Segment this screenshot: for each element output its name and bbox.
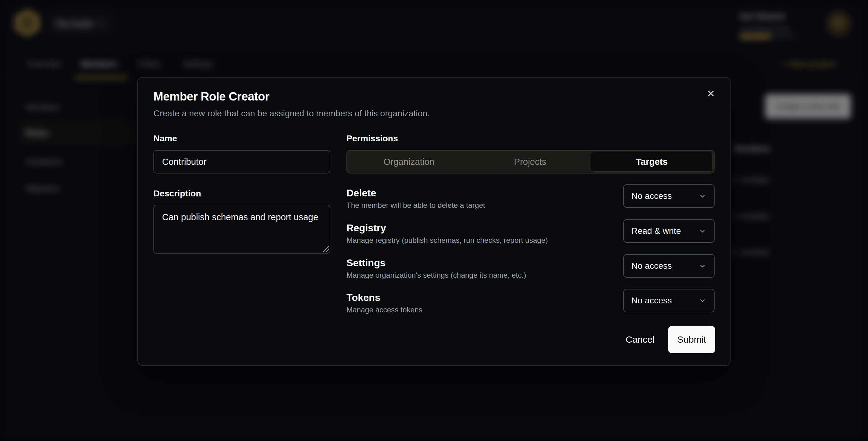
permission-description: Manage registry (publish schemas, run ch… — [346, 235, 548, 245]
submit-button[interactable]: Submit — [668, 326, 715, 353]
selected-value: No access — [631, 191, 672, 201]
settings-access-select[interactable]: No access — [623, 254, 715, 278]
dialog-subtitle: Create a new role that can be assigned t… — [153, 108, 430, 119]
cancel-button[interactable]: Cancel — [626, 334, 655, 345]
close-icon[interactable]: ✕ — [704, 87, 718, 100]
description-textarea[interactable]: Can publish schemas and report usage — [153, 205, 330, 254]
chevron-down-icon — [699, 262, 707, 270]
delete-access-select[interactable]: No access — [623, 184, 715, 208]
description-label: Description — [153, 189, 201, 198]
permission-title: Tokens — [346, 291, 422, 304]
selected-value: No access — [631, 261, 672, 271]
chevron-down-icon — [699, 227, 707, 235]
permissions-tabbar: Organization Projects Targets — [346, 150, 715, 174]
permission-description: Manage access tokens — [346, 305, 422, 315]
permission-row-tokens: Tokens Manage access tokens No access — [346, 289, 715, 321]
chevron-down-icon — [699, 192, 707, 200]
textarea-resize-handle[interactable] — [322, 246, 329, 252]
permission-title: Settings — [346, 257, 526, 269]
chevron-down-icon — [699, 296, 707, 305]
permission-title: Registry — [346, 222, 548, 234]
member-role-creator-dialog: ✕ Member Role Creator Create a new role … — [137, 77, 731, 366]
tokens-access-select[interactable]: No access — [623, 289, 715, 312]
permission-row-delete: Delete The member will be able to delete… — [346, 184, 715, 217]
permission-description: Manage organization's settings (change i… — [346, 271, 526, 280]
registry-access-select[interactable]: Read & write — [623, 219, 715, 243]
perm-tab-projects[interactable]: Projects — [470, 152, 591, 171]
permission-description: The member will be able to delete a targ… — [346, 201, 485, 210]
name-input[interactable] — [153, 150, 330, 174]
permissions-label: Permissions — [346, 134, 398, 144]
permission-title: Delete — [346, 187, 485, 199]
perm-tab-organization[interactable]: Organization — [348, 152, 470, 171]
selected-value: Read & write — [631, 226, 681, 236]
dialog-title: Member Role Creator — [153, 90, 270, 103]
permission-row-registry: Registry Manage registry (publish schema… — [346, 219, 715, 251]
perm-tab-targets[interactable]: Targets — [591, 152, 713, 171]
permission-row-settings: Settings Manage organization's settings … — [346, 254, 715, 286]
name-label: Name — [153, 134, 177, 144]
dialog-footer: Cancel Submit — [138, 326, 715, 353]
selected-value: No access — [631, 296, 672, 306]
app-root: The Guild Get Started 3 remaining tasks … — [0, 0, 868, 441]
